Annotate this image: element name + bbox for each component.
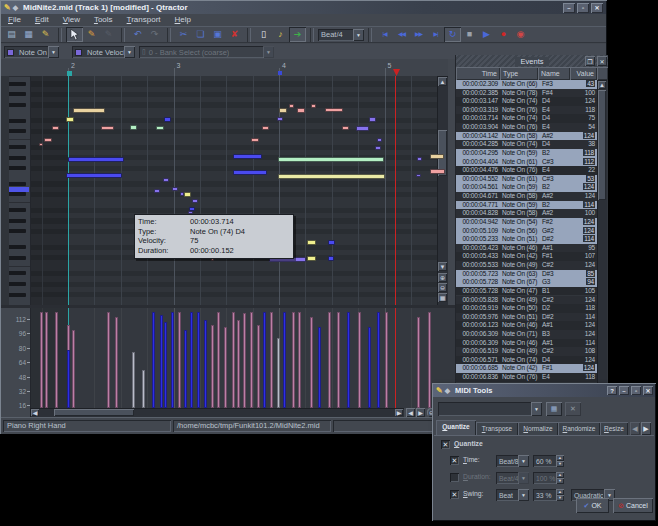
event-row[interactable]: 00:00:02.309Note On (66)F#343 xyxy=(456,80,597,89)
event-row[interactable]: 00:00:03.147Note On (74)D4124 xyxy=(456,97,597,106)
velocity-bar[interactable] xyxy=(292,312,295,408)
transport-play-button[interactable]: ▶ xyxy=(478,27,495,42)
velocity-bar[interactable] xyxy=(152,312,155,408)
menu-help[interactable]: Help xyxy=(168,14,198,26)
midi-note[interactable] xyxy=(39,143,43,146)
velocity-bar[interactable] xyxy=(232,312,235,408)
velocity-bar[interactable] xyxy=(40,312,43,408)
file-export-button[interactable]: ▤ xyxy=(3,27,20,42)
event-row[interactable]: 00:00:06.309Note On (71)B3124 xyxy=(456,330,597,339)
piano-key-black[interactable] xyxy=(9,156,26,160)
menu-file[interactable]: File xyxy=(1,14,28,26)
midi-note[interactable] xyxy=(44,138,52,142)
hscroll-right-icon[interactable]: ▶ xyxy=(416,408,425,417)
velocity-bar[interactable] xyxy=(190,312,193,408)
midi-note[interactable] xyxy=(130,125,137,130)
cut-button[interactable]: ✂ xyxy=(175,27,192,42)
midi-note[interactable] xyxy=(356,126,369,131)
time-checkbox[interactable]: ✕ xyxy=(450,456,459,465)
scroll-up-icon[interactable]: ▲ xyxy=(598,81,606,89)
transport-rewind-button[interactable]: ◀◀ xyxy=(393,27,410,42)
midi-note[interactable] xyxy=(73,108,105,113)
menu-tools[interactable]: Tools xyxy=(87,14,120,26)
velocity-bar[interactable] xyxy=(107,312,110,408)
window-menu-icon[interactable]: ◆ xyxy=(13,4,18,12)
midi-note[interactable] xyxy=(307,256,316,261)
piano-key-black[interactable] xyxy=(9,103,26,107)
event-row[interactable]: 00:00:04.285Note On (74)D438 xyxy=(456,140,597,149)
close-button[interactable]: ✕ xyxy=(643,386,653,395)
float-panel-icon[interactable]: ❐ xyxy=(585,56,595,66)
velocity-bar[interactable] xyxy=(164,322,167,408)
event-row[interactable]: 00:00:03.904Note On (76)E454 xyxy=(456,123,597,132)
maximize-button[interactable]: ▫ xyxy=(631,386,641,395)
piano-key-black[interactable] xyxy=(9,129,26,133)
event-row[interactable]: 00:00:04.942Note On (54)F#2124 xyxy=(456,218,597,227)
tab-normalize[interactable]: Normalize xyxy=(518,422,558,435)
pianoroll-canvas[interactable]: Time:00:00:03.714Type:Note On (74) D4Vel… xyxy=(1,76,455,305)
velocity-bar[interactable] xyxy=(171,312,174,408)
edit-mode-pointer-button[interactable] xyxy=(66,27,83,42)
column-name[interactable]: Name xyxy=(538,67,570,80)
column-value[interactable]: Value xyxy=(570,67,597,80)
spin-down-icon[interactable]: ▼ xyxy=(556,495,564,501)
event-row[interactable]: 00:00:04.295Note On (59)B2118 xyxy=(456,149,597,158)
midi-note[interactable] xyxy=(416,174,421,177)
piano-key-black[interactable] xyxy=(9,119,26,123)
event-row[interactable]: 00:00:05.976Note On (51)D#2114 xyxy=(456,313,597,322)
event-row[interactable]: 00:00:04.671Note On (58)A#2124 xyxy=(456,192,597,201)
scrollbar-thumb[interactable] xyxy=(598,90,606,200)
velocity-bar[interactable] xyxy=(72,330,75,408)
event-row[interactable]: 00:00:06.836Note On (76)E4118 xyxy=(456,373,597,382)
midi-note[interactable] xyxy=(328,256,334,261)
velocity-bar[interactable] xyxy=(318,327,321,408)
duration-checkbox[interactable] xyxy=(450,473,459,482)
transport-forward-button[interactable]: ▶| xyxy=(427,27,444,42)
chevron-down-icon[interactable]: ▼ xyxy=(531,402,542,416)
value-type-combo[interactable]: Note Velocity ▼ xyxy=(72,46,135,58)
midi-note[interactable] xyxy=(52,126,59,130)
transport-fast-forward-button[interactable]: ▶▶ xyxy=(410,27,427,42)
velocity-bar[interactable] xyxy=(142,370,145,408)
chevron-down-icon[interactable]: ▼ xyxy=(48,46,59,58)
piano-key-highlighted[interactable] xyxy=(9,187,29,192)
event-row[interactable]: 00:00:05.919Note On (50)D2118 xyxy=(456,304,597,313)
piano-key-black[interactable] xyxy=(9,82,26,86)
window-titlebar[interactable]: ✎ ◆ MidNite2.mid (Track 1) [modified] - … xyxy=(1,1,606,14)
zoom-out-icon[interactable]: ⊖ xyxy=(438,283,447,292)
velocity-bar[interactable] xyxy=(160,315,163,408)
tabs-scroll-right-icon[interactable]: ▶ xyxy=(641,422,651,435)
playhead-marker[interactable] xyxy=(393,69,400,76)
scroll-left-icon[interactable]: ◀ xyxy=(31,409,39,416)
midi-note[interactable] xyxy=(342,126,349,130)
event-row[interactable]: 00:00:05.533Note On (49)C#2124 xyxy=(456,261,597,270)
velocity-bar[interactable] xyxy=(358,312,361,408)
event-row[interactable]: 00:00:06.123Note On (46)A#1124 xyxy=(456,321,597,330)
swing-checkbox[interactable]: ✕ xyxy=(450,490,459,499)
midi-note[interactable] xyxy=(101,126,114,130)
event-row[interactable]: 00:00:05.723Note On (63)D#385 xyxy=(456,270,597,279)
midi-note[interactable] xyxy=(430,169,445,174)
piano-key-black[interactable] xyxy=(9,293,26,297)
tab-transpose[interactable]: Transpose xyxy=(476,422,518,435)
piano-key-black[interactable] xyxy=(9,219,26,223)
velocity-bar[interactable] xyxy=(115,317,118,408)
velocity-bar[interactable] xyxy=(55,312,58,408)
view-events-button[interactable]: ▯ xyxy=(255,27,272,42)
midi-note[interactable] xyxy=(377,138,382,142)
horizontal-scrollbar[interactable]: ◀ ▶ xyxy=(30,408,404,417)
event-row[interactable]: 00:00:04.771Note On (59)B2114 xyxy=(456,201,597,210)
piano-key-black[interactable] xyxy=(9,166,26,170)
event-row[interactable]: 00:00:06.309Note On (46)A#1114 xyxy=(456,339,597,348)
velocity-bar[interactable] xyxy=(132,352,135,408)
velocity-bar[interactable] xyxy=(243,313,246,408)
event-row[interactable]: 00:00:05.828Note On (49)C#2124 xyxy=(456,296,597,305)
spin-arrows[interactable]: ▲▼ xyxy=(556,489,564,501)
velocity-bar[interactable] xyxy=(337,312,340,408)
event-row[interactable]: 00:00:05.233Note On (51)D#2114 xyxy=(456,235,597,244)
scrollbar-thumb[interactable] xyxy=(54,409,134,416)
midi-note[interactable] xyxy=(68,157,124,162)
midi-note[interactable] xyxy=(417,157,422,161)
midi-note[interactable] xyxy=(66,117,74,122)
event-row[interactable]: 00:00:03.319Note On (76)E4118 xyxy=(456,106,597,115)
